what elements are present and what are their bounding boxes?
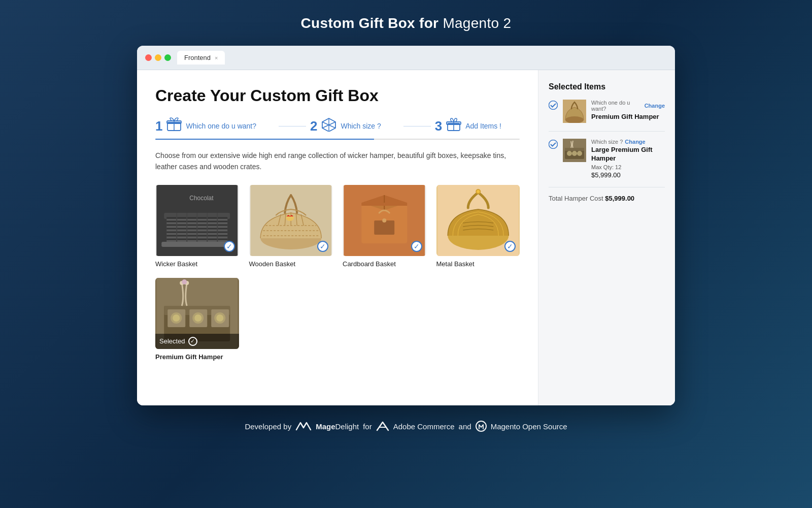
change-link-1[interactable]: Change [645, 103, 665, 109]
selected-product-name-1: Premium Gift Hamper [591, 113, 665, 121]
tab-label: Frontend [184, 54, 211, 61]
browser-content: Create Your Custom Gift Box 1 Which one [137, 70, 675, 405]
product-card-wooden[interactable]: ✓ Wooden Basket [249, 185, 333, 268]
step-3-label: Add Items ! [465, 122, 501, 130]
total-cost: Total Hamper Cost $5,999.00 [549, 195, 665, 202]
traffic-lights [145, 54, 171, 61]
selected-max-qty: Max Qty: 12 [591, 164, 665, 170]
footer-magento-open-source: Magento Open Source [491, 422, 567, 431]
svg-point-40 [382, 218, 386, 223]
footer-text-for: for [363, 422, 372, 431]
selected-info-1: Which one do u want? Change Premium Gift… [591, 100, 665, 121]
svg-point-44 [477, 190, 480, 193]
svg-rect-66 [565, 148, 584, 151]
product-card-cardboard[interactable]: ✓ Cardboard Basket [343, 185, 426, 268]
svg-point-69 [577, 151, 582, 156]
selected-check-2 [549, 140, 558, 151]
footer: Developed by MageDelight for Adobe Comme… [245, 421, 567, 442]
product-check-wooden: ✓ [317, 241, 328, 252]
svg-point-59 [182, 279, 187, 284]
browser-tab[interactable]: Frontend × [177, 51, 225, 65]
step-1-label: Which one do u want? [186, 122, 256, 130]
selected-item-1: Which one do u want? Change Premium Gift… [549, 100, 665, 123]
product-image-metal: ✓ [436, 185, 520, 256]
selected-product-name-2: Large Premium Gift Hamper [591, 146, 665, 163]
step-1: 1 Which one do u want? [155, 117, 275, 135]
product-name-premium: Premium Gift Hamper [155, 353, 239, 361]
svg-point-60 [549, 101, 558, 110]
adobe-commerce-logo-icon [376, 421, 389, 431]
selected-items-sidebar: Selected Items [538, 70, 675, 405]
steps-bar: 1 Which one do u want? 2 [155, 117, 520, 135]
selected-label-1: Which one do u want? Change [591, 100, 665, 112]
step-2-icon [321, 117, 336, 135]
selected-text: Selected [159, 337, 185, 345]
product-check-cardboard: ✓ [411, 241, 422, 252]
svg-rect-25 [161, 242, 232, 247]
product-check-metal: ✓ [504, 241, 516, 252]
change-link-2[interactable]: Change [625, 139, 645, 145]
step-2: 2 Which size ? [310, 117, 399, 135]
magedelight-logo-icon [295, 421, 312, 432]
sidebar-divider-1 [549, 131, 665, 132]
gift-box-heading: Create Your Custom Gift Box [155, 86, 520, 105]
selected-check-circle: ✓ [188, 337, 197, 346]
footer-adobe-commerce: Adobe Commerce [393, 422, 455, 431]
footer-text-and: and [459, 422, 471, 431]
step-2-number: 2 [310, 118, 317, 134]
total-cost-label: Total Hamper Cost [549, 195, 605, 202]
traffic-light-red[interactable] [145, 54, 152, 61]
tab-close-button[interactable]: × [215, 55, 218, 61]
page-title: Custom Gift Box for Magento 2 [301, 15, 512, 31]
product-card-wicker[interactable]: Chocolat ✓ Wicker Basket [155, 185, 239, 268]
product-description: Choose from our extensive wide high end … [155, 150, 520, 173]
step-3: 3 Add Items ! [435, 117, 520, 135]
svg-point-68 [572, 151, 577, 156]
footer-text-developed: Developed by [245, 422, 291, 431]
svg-rect-39 [374, 220, 394, 235]
selected-image-2 [563, 139, 586, 162]
selected-label-2: Which size ? Change [591, 139, 665, 145]
selected-info-2: Which size ? Change Large Premium Gift H… [591, 139, 665, 179]
selected-image-1 [563, 100, 586, 123]
total-cost-price: $5,999.00 [605, 195, 634, 202]
sidebar-title: Selected Items [549, 82, 665, 91]
svg-point-56 [216, 314, 223, 322]
svg-point-71 [476, 421, 486, 431]
footer-brand-normal: Delight [335, 422, 359, 431]
step-1-icon [166, 117, 182, 135]
step-divider-2 [403, 126, 431, 126]
footer-brand-bold: Mage [316, 422, 335, 431]
browser-window: Frontend × Create Your Custom Gift Box 1 [137, 46, 675, 405]
selected-price: $5,999.00 [591, 171, 665, 179]
product-selected-overlay: Selected ✓ [155, 334, 239, 349]
product-name-wooden: Wooden Basket [249, 260, 333, 268]
product-check-wicker: ✓ [224, 241, 235, 252]
steps-progress-line [155, 139, 520, 140]
sidebar-divider-2 [549, 187, 665, 187]
product-image-cardboard: ✓ [343, 185, 426, 256]
product-name-metal: Metal Basket [436, 260, 520, 268]
step-2-label: Which size ? [341, 122, 381, 130]
step-divider-1 [279, 126, 306, 126]
product-image-wicker: Chocolat ✓ [155, 185, 239, 256]
product-image-premium: Selected ✓ [155, 278, 239, 349]
selected-item-2: Which size ? Change Large Premium Gift H… [549, 139, 665, 179]
step-1-number: 1 [155, 118, 162, 134]
traffic-light-yellow[interactable] [155, 54, 161, 61]
product-card-metal[interactable]: ✓ Metal Basket [436, 185, 520, 268]
svg-point-53 [194, 314, 201, 322]
svg-rect-38 [361, 203, 407, 206]
products-grid: Chocolat ✓ Wicker Basket [155, 185, 520, 361]
step-3-number: 3 [435, 118, 442, 134]
step-3-icon [446, 117, 461, 135]
main-content: Create Your Custom Gift Box 1 Which one [137, 70, 538, 405]
product-card-premium[interactable]: Selected ✓ Premium Gift Hamper [155, 278, 239, 361]
product-name-cardboard: Cardboard Basket [343, 260, 426, 268]
svg-point-67 [567, 151, 572, 156]
selected-check-1 [549, 101, 558, 112]
product-image-wooden: ✓ [249, 185, 333, 256]
svg-point-50 [173, 314, 180, 322]
traffic-light-green[interactable] [164, 54, 171, 61]
magento-logo-icon [476, 421, 487, 432]
